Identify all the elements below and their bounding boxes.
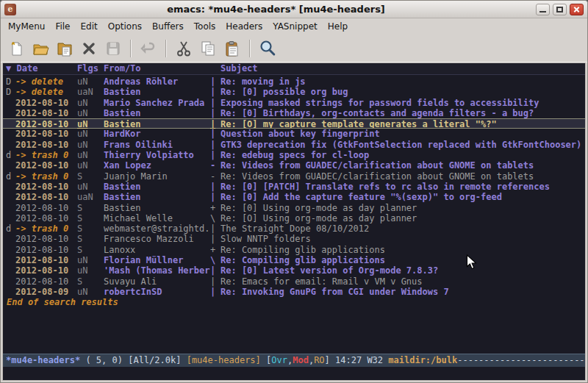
message-row[interactable]: D -> delete uaN Bastien | Re: [0] possib… bbox=[3, 87, 585, 97]
thread-sep: | bbox=[210, 182, 220, 192]
echo-area[interactable] bbox=[3, 367, 585, 380]
mark-char bbox=[6, 119, 15, 128]
subject-field: Re: Videos from GUADEC/clarification abo… bbox=[220, 160, 585, 171]
minimize-icon[interactable] bbox=[536, 4, 550, 15]
message-row[interactable]: d -> trash 0 uN Thierry Volpiatto | Re: … bbox=[3, 150, 585, 160]
subject-field: Re: edebug specs for cl-loop bbox=[220, 150, 585, 160]
subject-field: Re: Emacs for email: Rmail v VM v Gnus bbox=[220, 276, 585, 287]
subject-field: GTK3 deprecation fix (GtkFontSelection r… bbox=[220, 140, 585, 150]
menu-item-buffers[interactable]: Buffers bbox=[147, 19, 189, 34]
from-field: Andreas Röhler bbox=[104, 76, 210, 87]
thread-sep: | bbox=[210, 108, 220, 118]
mark-char: d bbox=[6, 171, 15, 182]
header-line: ▼ Date Flgs From/To Subject bbox=[3, 63, 585, 75]
date-field: 2012-08-10 bbox=[15, 129, 77, 139]
thread-sep: | bbox=[210, 192, 220, 202]
date-field: -> trash 0 bbox=[15, 171, 77, 182]
modeline-segment: ( 5, 0) bbox=[80, 355, 128, 365]
column-header-date[interactable]: ▼ Date bbox=[6, 63, 77, 74]
paste-button[interactable] bbox=[220, 37, 244, 60]
menu-item-edit[interactable]: Edit bbox=[76, 19, 103, 34]
copy-pages-icon bbox=[199, 40, 217, 57]
column-header-from[interactable]: From/To bbox=[104, 63, 220, 74]
menu-item-headers[interactable]: Headers bbox=[220, 19, 268, 34]
column-header-flags[interactable]: Flgs bbox=[77, 63, 104, 74]
toolbar-separator bbox=[165, 40, 166, 57]
mark-char bbox=[6, 98, 15, 108]
folder-icon bbox=[56, 40, 74, 57]
thread-sep: | bbox=[210, 129, 220, 139]
menu-item-file[interactable]: File bbox=[50, 19, 75, 34]
thread-sep: | bbox=[210, 234, 220, 244]
mark-char bbox=[6, 265, 15, 276]
mark-char bbox=[6, 245, 15, 255]
maximize-icon[interactable] bbox=[553, 4, 567, 15]
column-header-subject[interactable]: Subject bbox=[220, 63, 585, 74]
modeline-segment: RO bbox=[314, 355, 324, 365]
from-field: Bastien bbox=[104, 182, 210, 192]
modeline-segment: [All/2.0k] bbox=[128, 355, 186, 365]
undo-arrow-icon bbox=[140, 40, 157, 57]
flags-field: uN bbox=[77, 140, 104, 150]
message-row[interactable]: 2012-08-10 uN Bastien | Re: [0] [PATCH] … bbox=[3, 182, 585, 192]
flags-field: uN bbox=[77, 150, 104, 160]
flags-field: S bbox=[77, 276, 104, 287]
message-row[interactable]: D -> delete uN Andreas Röhler | Re: movi… bbox=[3, 76, 585, 87]
date-field: -> trash 0 bbox=[15, 223, 77, 234]
from-field: Bastien bbox=[104, 108, 210, 118]
message-row[interactable]: 2012-08-10 uN HardKor | Question about k… bbox=[3, 129, 585, 139]
message-row[interactable]: 2012-08-10 uN Bastien | Re: [0] Birthday… bbox=[3, 108, 585, 118]
from-field: Suvayu Ali bbox=[104, 276, 210, 287]
date-field: 2012-08-10 bbox=[15, 182, 77, 192]
message-row[interactable]: 2012-08-10 uN Bastien | Re: [O] my captu… bbox=[3, 118, 585, 129]
message-list: D -> delete uN Andreas Röhler | Re: movi… bbox=[3, 75, 585, 354]
message-row[interactable]: 2012-08-10 uN Frans Oilinki | GTK3 depre… bbox=[3, 140, 585, 150]
message-row[interactable]: 2012-08-10 uN Xan Lopez - Re: Videos fro… bbox=[3, 160, 585, 171]
message-row[interactable]: 2012-08-10 S Bastien + Re: [0] Using org… bbox=[3, 203, 585, 213]
scissors-icon bbox=[175, 40, 193, 57]
cut-button[interactable] bbox=[171, 37, 196, 60]
message-row[interactable]: 2012-08-10 S Suvayu Ali | Re: Emacs for … bbox=[3, 276, 585, 287]
dired-button[interactable] bbox=[52, 37, 76, 60]
flags-field: uN bbox=[77, 108, 104, 118]
flags-field: uN bbox=[77, 182, 104, 192]
open-file-button[interactable] bbox=[28, 37, 52, 60]
new-file-button[interactable] bbox=[4, 37, 28, 60]
title-bar[interactable]: e emacs: *mu4e-headers* [mu4e-headers] bbox=[1, 1, 587, 18]
message-row[interactable]: d -> trash 0 S Juanjo Marin - Re: Videos… bbox=[3, 171, 585, 182]
subject-field: Re: [0] Birthdays, org-contacts and agen… bbox=[220, 108, 585, 118]
flags-field: S bbox=[77, 245, 104, 255]
tool-bar bbox=[1, 35, 587, 62]
mark-char: d bbox=[6, 223, 15, 234]
subject-field: Re: [0] Add the capture feature "%(sexp)… bbox=[220, 192, 585, 202]
from-field: Michael Welle bbox=[104, 213, 210, 223]
message-row[interactable]: 2012-08-10 uN Florian Müllner \ Re: Comp… bbox=[3, 255, 585, 265]
modeline-segment: [mu4e-headers] bbox=[187, 355, 266, 365]
clipboard-paste-icon bbox=[223, 40, 241, 57]
mark-char bbox=[6, 276, 15, 287]
message-row[interactable]: 2012-08-10 S Lanoxx + Re: Compiling glib… bbox=[3, 245, 585, 255]
search-button[interactable] bbox=[255, 37, 279, 60]
toolbar-separator bbox=[130, 40, 131, 57]
from-field: Bastien bbox=[104, 192, 210, 202]
message-row[interactable]: 2012-08-10 uN 'Mash (Thomas Herbert) | R… bbox=[3, 265, 585, 276]
subject-field: Question about key fingerprint bbox=[220, 129, 585, 139]
kill-buffer-button[interactable] bbox=[76, 37, 101, 60]
menu-item-help[interactable]: Help bbox=[323, 19, 353, 34]
from-field: Bastien bbox=[104, 119, 210, 128]
message-row[interactable]: 2012-08-10 S Michael Welle \ Re: [O] Usi… bbox=[3, 213, 585, 223]
close-icon[interactable] bbox=[570, 4, 584, 15]
menu-item-yasnippet[interactable]: YASnippet bbox=[268, 19, 323, 34]
window-controls bbox=[536, 4, 584, 15]
message-row[interactable]: 2012-08-10 S Francesco Mazzoli | Slow NN… bbox=[3, 234, 585, 244]
message-row[interactable]: d -> trash 0 S webmaster@straightd... | … bbox=[3, 223, 585, 234]
menu-item-options[interactable]: Options bbox=[103, 19, 147, 34]
message-row[interactable]: 2012-08-10 uaN Bastien | Re: [0] Add the… bbox=[3, 192, 585, 202]
copy-button[interactable] bbox=[196, 37, 220, 60]
menu-item-mymenu[interactable]: MyMenu bbox=[3, 19, 50, 34]
message-row[interactable]: 2012-08-10 uN Mario Sanchez Prada | Expo… bbox=[3, 98, 585, 108]
menu-item-tools[interactable]: Tools bbox=[189, 19, 221, 34]
message-row[interactable]: 2012-08-09 uN robertcInSD | Re: Invoking… bbox=[3, 287, 585, 297]
flags-field: uN bbox=[77, 119, 104, 128]
flags-field: S bbox=[77, 213, 104, 223]
